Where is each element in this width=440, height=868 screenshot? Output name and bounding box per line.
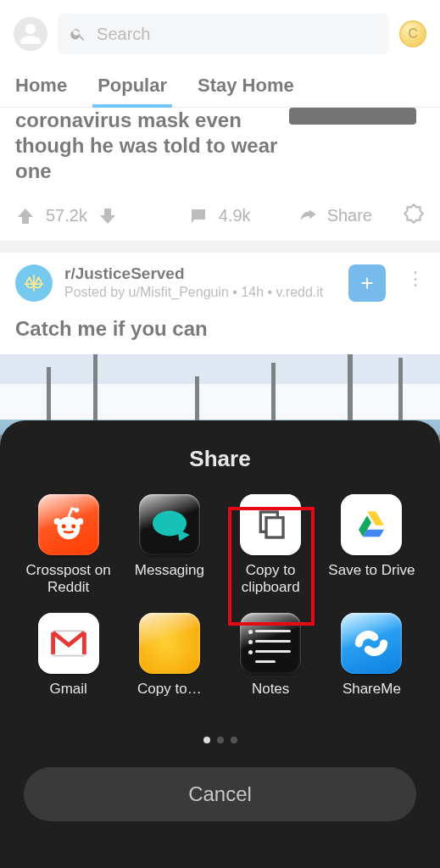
shareme-icon bbox=[341, 613, 402, 674]
comment-count: 4.9k bbox=[219, 206, 251, 225]
share-label-messaging: Messaging bbox=[135, 562, 204, 596]
copy-to-icon bbox=[139, 613, 200, 674]
messaging-icon bbox=[139, 494, 200, 555]
clipboard-icon bbox=[240, 494, 301, 555]
share-label: Share bbox=[327, 206, 372, 225]
share-label-drive: Save to Drive bbox=[328, 562, 415, 596]
header: C bbox=[0, 0, 440, 63]
tab-home[interactable]: Home bbox=[15, 63, 67, 107]
tab-popular[interactable]: Popular bbox=[97, 63, 167, 107]
post-card-1[interactable]: coronavirus mask even though he was told… bbox=[0, 108, 440, 241]
share-label-copy-to: Copy to… bbox=[137, 681, 202, 715]
share-label-shareme: ShareMe bbox=[343, 681, 401, 715]
coin-letter: C bbox=[408, 26, 418, 42]
cancel-label: Cancel bbox=[188, 782, 252, 806]
post-more-button[interactable]: ⋮ bbox=[406, 264, 425, 290]
upvote-count: 57.2k bbox=[46, 206, 87, 225]
feed[interactable]: coronavirus mask even though he was told… bbox=[0, 108, 440, 473]
page-dot-3 bbox=[231, 737, 237, 743]
gmail-icon bbox=[38, 613, 99, 674]
cancel-button[interactable]: Cancel bbox=[24, 767, 416, 821]
upvote-icon[interactable] bbox=[15, 206, 36, 226]
share-label-copy: Copy to clipboard bbox=[226, 562, 315, 596]
comment-icon bbox=[188, 206, 209, 226]
coins-button[interactable]: C bbox=[399, 20, 426, 47]
feed-gap bbox=[0, 241, 440, 253]
search-icon bbox=[70, 25, 86, 43]
scales-icon bbox=[23, 272, 45, 294]
share-option-notes[interactable]: Notes bbox=[226, 613, 315, 715]
share-option-drive[interactable]: Save to Drive bbox=[327, 494, 416, 596]
share-option-copy-to[interactable]: Copy to… bbox=[125, 613, 214, 715]
downvote-icon[interactable] bbox=[97, 206, 118, 226]
svg-point-2 bbox=[71, 524, 75, 528]
app-root: C Home Popular Stay Home coronavirus mas… bbox=[0, 0, 440, 868]
share-icon bbox=[297, 205, 319, 227]
share-grid: Crosspost on Reddit Messaging Copy to cl… bbox=[24, 494, 416, 715]
post-card-2[interactable]: r/JusticeServed Posted by u/Misfit_Pengu… bbox=[0, 253, 440, 354]
search-input[interactable] bbox=[97, 25, 377, 44]
svg-point-0 bbox=[57, 516, 80, 539]
join-button[interactable] bbox=[348, 264, 386, 302]
subreddit-icon[interactable] bbox=[15, 264, 53, 302]
svg-point-1 bbox=[61, 524, 65, 528]
share-option-copy-clipboard[interactable]: Copy to clipboard bbox=[226, 494, 315, 596]
page-dot-1 bbox=[203, 737, 210, 743]
share-sheet: Share Crosspost on Reddit Messaging Copy… bbox=[0, 420, 440, 868]
share-option-shareme[interactable]: ShareMe bbox=[327, 613, 416, 715]
profile-avatar[interactable] bbox=[14, 17, 47, 51]
notes-icon bbox=[240, 613, 301, 674]
svg-point-4 bbox=[53, 518, 60, 525]
plus-icon bbox=[358, 274, 376, 292]
feed-tabs: Home Popular Stay Home bbox=[0, 63, 440, 108]
subreddit-name[interactable]: r/JusticeServed bbox=[64, 264, 337, 283]
award-button[interactable] bbox=[403, 203, 425, 229]
share-label-gmail: Gmail bbox=[49, 681, 86, 715]
post-header: r/JusticeServed Posted by u/Misfit_Pengu… bbox=[15, 264, 425, 302]
svg-rect-7 bbox=[266, 518, 283, 537]
award-icon bbox=[403, 203, 425, 225]
comments-button[interactable]: 4.9k bbox=[188, 206, 251, 226]
share-option-crosspost[interactable]: Crosspost on Reddit bbox=[24, 494, 113, 596]
search-box[interactable] bbox=[58, 14, 389, 54]
share-sheet-title: Share bbox=[24, 446, 416, 472]
vote-group: 57.2k bbox=[15, 206, 118, 226]
post-thumbnail bbox=[289, 108, 416, 125]
share-option-messaging[interactable]: Messaging bbox=[125, 494, 214, 596]
share-label-crosspost: Crosspost on Reddit bbox=[24, 562, 113, 596]
svg-point-5 bbox=[75, 508, 79, 512]
post-byline: Posted by u/Misfit_Penguin • 14h • v.red… bbox=[64, 285, 337, 300]
svg-point-3 bbox=[76, 518, 83, 525]
drive-icon bbox=[341, 494, 402, 555]
post-title-2: Catch me if you can bbox=[15, 317, 425, 341]
tab-stay-home[interactable]: Stay Home bbox=[198, 63, 294, 107]
post-action-bar: 57.2k 4.9k Share bbox=[15, 184, 425, 229]
share-button[interactable]: Share bbox=[297, 205, 372, 227]
share-option-gmail[interactable]: Gmail bbox=[24, 613, 113, 715]
page-dot-2 bbox=[217, 737, 224, 743]
page-indicator bbox=[24, 737, 416, 743]
profile-icon bbox=[19, 22, 42, 46]
reddit-icon bbox=[38, 494, 99, 555]
share-label-notes: Notes bbox=[252, 681, 289, 715]
